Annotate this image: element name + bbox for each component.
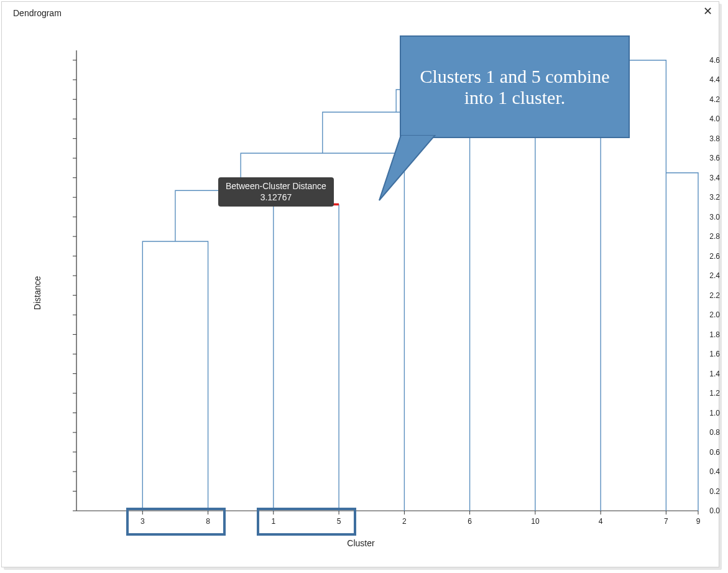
ytick-3.6: 3.6 [653,154,720,162]
ytick-0.4: 0.4 [653,467,720,476]
ytick-1.4: 1.4 [653,370,720,378]
ytick-3.4: 3.4 [653,174,720,182]
ytick-0.8: 0.8 [653,428,720,437]
leaf-label-9: 9 [696,517,701,526]
annotation-callout: Clusters 1 and 5 combine into 1 cluster. [400,35,630,138]
ytick-1.8: 1.8 [653,330,720,339]
leaf-label-4: 4 [599,517,603,526]
leaf-label-7: 7 [664,517,668,526]
ytick-1.6: 1.6 [653,350,720,358]
close-icon[interactable]: ✕ [703,6,712,17]
ytick-1.2: 1.2 [653,389,720,398]
ytick-4.4: 4.4 [653,75,720,84]
ytick-4.6: 4.6 [653,56,720,65]
ytick-0.2: 0.2 [653,487,720,496]
ytick-3.2: 3.2 [653,193,720,202]
dendrogram-panel: Dendrogram ✕ [1,1,719,567]
ytick-2.0: 2.0 [653,310,720,319]
svg-marker-34 [379,135,435,200]
ytick-0.0: 0.0 [653,506,720,515]
ytick-3.8: 3.8 [653,134,720,143]
y-axis-label: Distance [32,276,42,310]
highlight-box-1-5 [257,508,356,536]
ytick-2.4: 2.4 [653,271,720,280]
ytick-2.6: 2.6 [653,252,720,261]
ytick-0.6: 0.6 [653,448,720,457]
ytick-4.2: 4.2 [653,95,720,104]
callout-text: Clusters 1 and 5 combine into 1 cluster. [413,66,616,108]
panel-title: Dendrogram [13,8,62,18]
x-axis-label: Cluster [347,538,374,548]
leaf-label-2: 2 [402,517,407,526]
y-ticks [73,60,76,511]
ytick-2.2: 2.2 [653,291,720,300]
ytick-4.0: 4.0 [653,114,720,123]
ytick-3.0: 3.0 [653,213,720,221]
ytick-2.8: 2.8 [653,232,720,241]
plot-area: 0.0 0.2 0.4 0.6 0.8 1.0 1.2 1.4 1.6 1.8 … [2,19,720,567]
ytick-1.0: 1.0 [653,409,720,417]
callout-tail-icon [376,135,438,203]
highlight-box-3-8 [126,508,226,536]
x-ticks [142,511,698,515]
leaf-label-6: 6 [468,517,472,526]
leaf-label-10: 10 [531,517,539,526]
